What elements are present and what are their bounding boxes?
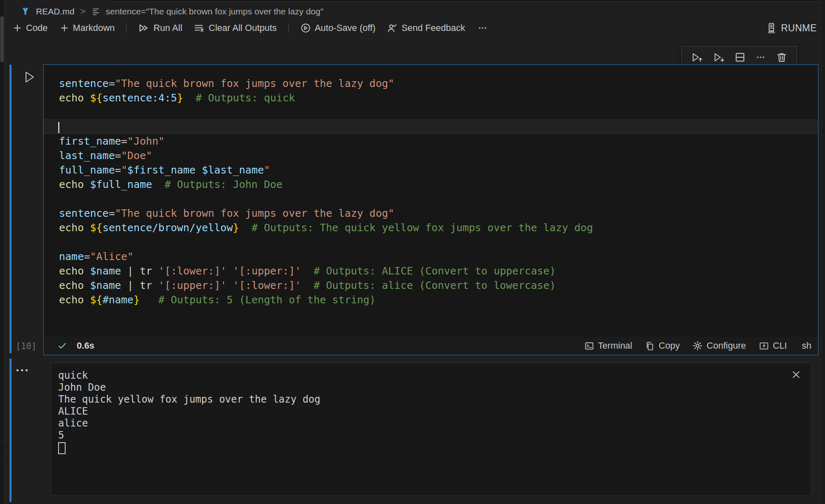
left-edge-strip: [0, 0, 5, 504]
copy-label: Copy: [659, 340, 680, 351]
code-cell: sentence="The quick brown fox jumps over…: [43, 64, 818, 355]
runme-brand-icon: [766, 22, 777, 34]
execution-count: [10]: [16, 341, 37, 351]
configure-label: Configure: [707, 340, 746, 351]
output-more-actions[interactable]: [16, 369, 28, 371]
code-line[interactable]: full_name="$first_name $last_name": [44, 163, 818, 177]
text-cursor: [58, 122, 59, 133]
language-indicator[interactable]: sh: [799, 340, 811, 351]
breadcrumb-cell-label[interactable]: sentence="The quick brown fox jumps over…: [106, 7, 323, 16]
code-line[interactable]: echo ${sentence/brown/yellow} # Outputs:…: [44, 220, 818, 235]
gear-icon: [692, 340, 703, 351]
execute-below-button[interactable]: [713, 51, 725, 63]
runme-logo-icon: [20, 6, 31, 17]
code-line[interactable]: sentence="The quick brown fox jumps over…: [44, 76, 818, 91]
clear-all-icon: [194, 23, 205, 33]
toolbar-separator: [288, 23, 289, 33]
execution-time: 0.6s: [77, 340, 94, 351]
terminal-label: Terminal: [598, 340, 632, 351]
auto-save-button[interactable]: Auto-Save (off): [300, 23, 376, 33]
code-line[interactable]: echo ${#name} # Outputs: 5 (Length of th…: [44, 293, 818, 307]
code-line[interactable]: echo $full_name # Outputs: John Doe: [44, 177, 818, 192]
symbol-list-icon: [91, 7, 101, 16]
breadcrumb: READ.md > sentence="The quick brown fox …: [20, 4, 323, 19]
run-cell-button[interactable]: [23, 70, 35, 84]
close-icon: [791, 370, 801, 380]
add-code-label: Code: [26, 23, 48, 33]
output-panel: quickJohn DoeThe quick yellow fox jumps …: [51, 363, 811, 496]
more-actions-button[interactable]: [477, 23, 488, 33]
clear-all-label: Clear All Outputs: [209, 23, 277, 33]
configure-button[interactable]: Configure: [692, 340, 746, 351]
close-output-button[interactable]: [791, 370, 801, 380]
cell-focus-bar: [9, 65, 12, 353]
split-cell-icon: [734, 52, 746, 63]
code-line[interactable]: [44, 120, 818, 134]
success-check-icon: [57, 340, 68, 351]
auto-save-icon: [300, 23, 311, 33]
play-icon: [23, 70, 35, 84]
code-line[interactable]: [44, 235, 818, 249]
cli-icon: [759, 341, 769, 351]
code-line[interactable]: last_name="Doe": [44, 148, 818, 163]
status-left: 0.6s: [44, 340, 94, 351]
run-all-icon: [138, 23, 150, 33]
more-dots-icon: [755, 52, 766, 62]
edge-divider: [0, 460, 4, 461]
split-cell-button[interactable]: [734, 52, 746, 63]
cli-label: CLI: [773, 340, 787, 351]
run-all-button[interactable]: Run All: [138, 23, 182, 33]
execute-above-button[interactable]: [691, 51, 703, 63]
feedback-icon: [387, 23, 398, 33]
notebook-toolbar: Code Markdown Run All Clear All Outputs …: [12, 19, 488, 37]
add-markdown-button[interactable]: Markdown: [59, 23, 115, 33]
tab-bar-edge: [108, 0, 825, 2]
plus-icon: [59, 23, 69, 33]
clear-all-outputs-button[interactable]: Clear All Outputs: [194, 23, 277, 33]
breadcrumb-file[interactable]: READ.md: [36, 7, 74, 16]
plus-icon: [12, 23, 22, 33]
edge-divider: [0, 441, 4, 441]
code-line[interactable]: first_name="John": [44, 134, 818, 148]
code-lines: sentence="The quick brown fox jumps over…: [44, 76, 818, 307]
delete-cell-button[interactable]: [776, 52, 787, 63]
code-editor[interactable]: sentence="The quick brown fox jumps over…: [44, 65, 818, 337]
add-code-button[interactable]: Code: [12, 23, 48, 33]
cell-status-bar: 0.6s Terminal Copy Configure CLI: [44, 337, 818, 355]
right-scrollbar-strip[interactable]: [821, 0, 825, 504]
auto-save-label: Auto-Save (off): [315, 23, 376, 33]
code-line[interactable]: [44, 105, 818, 120]
code-line[interactable]: name="Alice": [44, 249, 818, 264]
toolbar-separator: [126, 23, 127, 33]
code-line[interactable]: sentence="The quick brown fox jumps over…: [44, 206, 818, 220]
cli-button[interactable]: CLI: [759, 340, 787, 351]
code-line[interactable]: [44, 192, 818, 206]
breadcrumb-chevron: >: [79, 6, 86, 17]
terminal-cursor-block: [58, 442, 66, 454]
cell-more-actions-button[interactable]: [755, 52, 766, 62]
send-feedback-button[interactable]: Send Feedback: [387, 23, 465, 33]
send-feedback-label: Send Feedback: [401, 23, 465, 33]
more-dots-icon: [477, 23, 488, 33]
terminal-icon: [584, 341, 594, 351]
code-line[interactable]: echo ${sentence:4:5} # Outputs: quick: [44, 91, 818, 105]
status-right: Terminal Copy Configure CLI sh: [584, 340, 818, 351]
code-line[interactable]: echo $name | tr '[:lower:]' '[:upper:]' …: [44, 264, 818, 278]
scrollbar-thumb[interactable]: [0, 16, 4, 62]
copy-button[interactable]: Copy: [645, 340, 680, 351]
copy-icon: [645, 341, 655, 351]
runme-notebook-window: READ.md > sentence="The quick brown fox …: [0, 0, 825, 504]
runme-brand: RUNME: [766, 19, 817, 37]
run-all-label: Run All: [153, 23, 182, 33]
code-line[interactable]: echo $name | tr '[:upper:]' '[:lower:]' …: [44, 278, 818, 293]
trash-icon: [776, 52, 787, 63]
run-above-icon: [691, 51, 703, 63]
run-below-icon: [713, 51, 725, 63]
terminal-button[interactable]: Terminal: [584, 340, 632, 351]
brand-label: RUNME: [781, 23, 817, 34]
output-text: quickJohn DoeThe quick yellow fox jumps …: [58, 370, 321, 457]
output-focus-bar: [9, 359, 12, 502]
add-markdown-label: Markdown: [73, 23, 115, 33]
